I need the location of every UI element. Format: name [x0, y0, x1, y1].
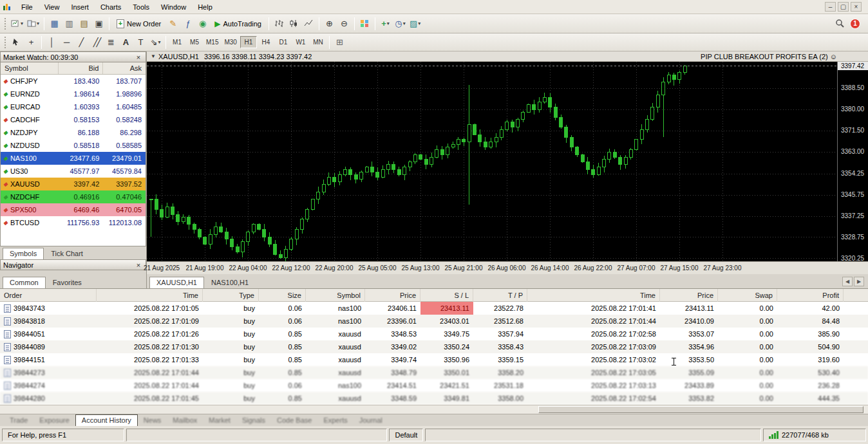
- market-watch-row[interactable]: ◆SPX500 6469.46 6470.05: [1, 203, 146, 216]
- menu-item-charts[interactable]: Charts: [95, 2, 127, 12]
- price-scale[interactable]: 3388.503380.003371.503363.003354.253345.…: [837, 62, 868, 261]
- chart-collapse-icon[interactable]: ▼: [151, 53, 156, 59]
- data-window-button[interactable]: ▥: [62, 17, 77, 31]
- menu-item-view[interactable]: View: [39, 2, 66, 12]
- timeframe-h1[interactable]: H1: [240, 36, 257, 48]
- line-chart-mode-button[interactable]: [301, 17, 316, 31]
- history-row[interactable]: 398442802025.08.22 17:01:45buy0.85xauusd…: [0, 392, 868, 405]
- menu-item-help[interactable]: Help: [192, 2, 218, 12]
- text-tool-button[interactable]: A: [118, 35, 133, 50]
- cursor-tool-button[interactable]: [9, 35, 24, 50]
- terminal-tab-exposure[interactable]: Exposure: [33, 415, 75, 426]
- restore-button[interactable]: ▢: [838, 2, 849, 12]
- history-row[interactable]: 398442732025.08.22 17:01:44buy0.85xauusd…: [0, 366, 868, 379]
- timeframe-d1[interactable]: D1: [275, 36, 292, 48]
- templates-button[interactable]: ▨▾: [408, 17, 422, 31]
- trendline-tool-button[interactable]: ╱: [74, 35, 89, 50]
- period-sets-button[interactable]: ⊞: [332, 35, 347, 50]
- history-column-10[interactable]: Swap: [718, 289, 777, 302]
- tab-nas100-h1[interactable]: NAS100,H1: [204, 277, 256, 288]
- scrollbar-thumb[interactable]: [538, 406, 864, 413]
- history-column-5[interactable]: Price: [365, 289, 420, 302]
- terminal-tab-mailbox[interactable]: Mailbox: [167, 415, 203, 426]
- market-watch-row[interactable]: ◆NZDCHF 0.46916 0.47046: [1, 190, 146, 203]
- tab-common[interactable]: Common: [3, 277, 46, 288]
- timeframe-m1[interactable]: M1: [169, 36, 185, 48]
- timeframe-w1[interactable]: W1: [292, 36, 309, 48]
- chart-tabs-scroll-right-icon[interactable]: ▶: [854, 277, 864, 286]
- history-row[interactable]: 398438182025.08.22 17:01:09buy0.06nas100…: [0, 315, 868, 328]
- expert-advisors-button[interactable]: ◉: [195, 17, 210, 31]
- history-column-9[interactable]: Price: [660, 289, 718, 302]
- status-profile[interactable]: Default: [389, 429, 423, 441]
- menu-item-tools[interactable]: Tools: [127, 2, 155, 12]
- column-ask[interactable]: Ask: [103, 62, 146, 74]
- market-watch-row[interactable]: ◆NAS100 23477.69 23479.01: [1, 152, 146, 165]
- scripts-button[interactable]: ƒ: [180, 17, 195, 31]
- timeframe-m15[interactable]: M15: [203, 36, 221, 48]
- market-watch-row[interactable]: ◆NZDUSD 0.58518 0.58585: [1, 139, 146, 152]
- market-watch-row[interactable]: ◆US30 45577.97 45579.84: [1, 165, 146, 178]
- history-row[interactable]: 398440892025.08.22 17:01:30buy0.85xauusd…: [0, 340, 868, 353]
- menu-item-insert[interactable]: Insert: [65, 2, 95, 12]
- history-column-8[interactable]: Time: [527, 289, 660, 302]
- history-column-11[interactable]: Profit: [777, 289, 844, 302]
- history-row[interactable]: 398441512025.08.22 17:01:33buy0.85xauusd…: [0, 353, 868, 366]
- terminal-tab-code-base[interactable]: Code Base: [271, 415, 317, 426]
- timeframe-h4[interactable]: H4: [258, 36, 274, 48]
- column-bid[interactable]: Bid: [59, 62, 104, 74]
- terminal-toggle-button[interactable]: ▣: [91, 17, 106, 31]
- menu-item-window[interactable]: Window: [155, 2, 192, 12]
- history-column-0[interactable]: Order: [0, 289, 97, 302]
- timeframe-mn[interactable]: MN: [310, 36, 326, 48]
- menu-item-file[interactable]: File: [15, 2, 39, 12]
- chart-plot[interactable]: [147, 62, 837, 261]
- toolbar-grip[interactable]: [5, 37, 7, 48]
- history-column-7[interactable]: T / P: [473, 289, 527, 302]
- crosshair-tool-button[interactable]: +: [24, 35, 39, 50]
- terminal-tab-trade[interactable]: Trade: [4, 415, 33, 426]
- tab-tick-chart[interactable]: Tick Chart: [44, 248, 90, 259]
- zoom-out-button[interactable]: ⊖: [337, 17, 352, 31]
- market-watch-row[interactable]: ◆CADCHF 0.58153 0.58248: [1, 113, 146, 126]
- market-watch-toggle-button[interactable]: ▦: [47, 17, 62, 31]
- history-column-2[interactable]: Type: [203, 289, 259, 302]
- channel-tool-button[interactable]: ╱╱: [89, 35, 104, 50]
- ea-smiley-icon[interactable]: ☺: [830, 53, 837, 60]
- tab-symbols[interactable]: Symbols: [3, 248, 44, 259]
- arrows-tool-button[interactable]: ⇘▾: [148, 35, 163, 50]
- navigator-toggle-button[interactable]: ▤: [77, 17, 91, 31]
- autotrading-button[interactable]: ▶ AutoTrading: [210, 17, 266, 31]
- toolbar-grip[interactable]: [5, 18, 7, 30]
- tab-favorites[interactable]: Favorites: [46, 277, 89, 288]
- zoom-in-button[interactable]: ⊕: [322, 17, 337, 31]
- search-icon[interactable]: [835, 19, 845, 28]
- chart-tabs-scroll-left-icon[interactable]: ◀: [842, 277, 853, 286]
- periods-button[interactable]: ◷▾: [393, 17, 408, 31]
- fibonacci-tool-button[interactable]: ≣: [104, 35, 118, 50]
- tile-windows-button[interactable]: [357, 17, 372, 31]
- terminal-tab-news[interactable]: News: [138, 415, 167, 426]
- profiles-button[interactable]: ▾: [25, 17, 41, 31]
- terminal-tab-journal[interactable]: Journal: [354, 415, 388, 426]
- history-column-6[interactable]: S / L: [420, 289, 473, 302]
- horizontal-scrollbar[interactable]: [0, 405, 868, 414]
- history-column-4[interactable]: Symbol: [306, 289, 365, 302]
- bar-chart-mode-button[interactable]: [272, 17, 287, 31]
- market-watch-row[interactable]: ◆EURNZD 1.98614 1.98896: [1, 88, 146, 100]
- history-row[interactable]: 398440512025.08.22 17:01:26buy0.85xauusd…: [0, 328, 868, 340]
- terminal-tab-market[interactable]: Market: [203, 415, 236, 426]
- market-watch-row[interactable]: ◆XAUUSD 3397.42 3397.52: [1, 178, 146, 190]
- tab-xauusd-h1[interactable]: XAUUSD,H1: [149, 277, 204, 288]
- candlestick-mode-button[interactable]: [287, 17, 301, 31]
- time-axis[interactable]: 21 Aug 202521 Aug 19:0022 Aug 04:0022 Au…: [147, 261, 868, 274]
- history-column-1[interactable]: Time: [97, 289, 203, 302]
- column-symbol[interactable]: Symbol: [1, 62, 59, 74]
- close-button[interactable]: ×: [851, 2, 862, 12]
- terminal-tab-account-history[interactable]: Account History: [75, 414, 138, 426]
- minimize-button[interactable]: –: [825, 2, 836, 12]
- metaeditor-button[interactable]: ✎: [165, 17, 180, 31]
- vertical-line-tool-button[interactable]: │: [44, 35, 59, 50]
- new-order-button[interactable]: + New Order: [112, 17, 165, 31]
- history-row[interactable]: 398442742025.08.22 17:01:44buy0.06nas100…: [0, 379, 868, 392]
